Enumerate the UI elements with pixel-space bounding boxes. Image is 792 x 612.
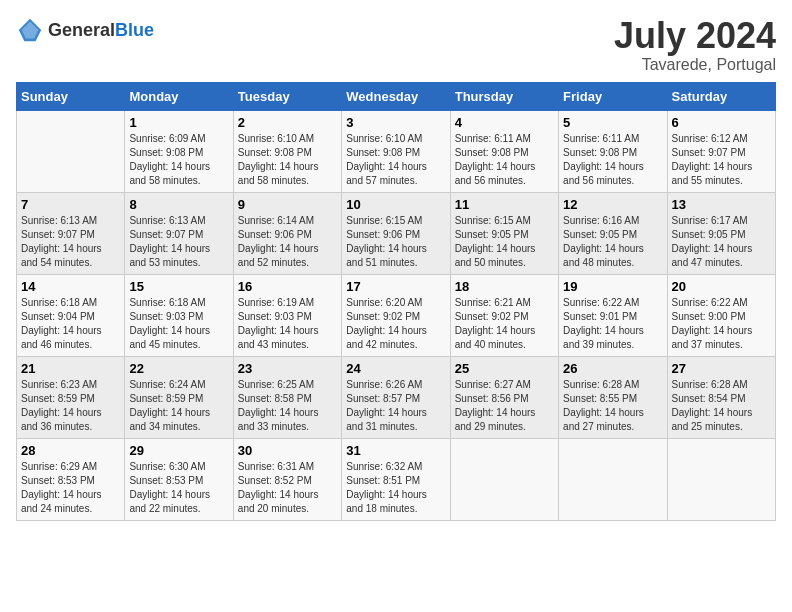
day-number: 6 [672,115,771,130]
calendar-cell: 6 Sunrise: 6:12 AMSunset: 9:07 PMDayligh… [667,110,775,192]
col-saturday: Saturday [667,82,775,110]
day-number: 8 [129,197,228,212]
day-number: 29 [129,443,228,458]
calendar-cell: 2 Sunrise: 6:10 AMSunset: 9:08 PMDayligh… [233,110,341,192]
day-info: Sunrise: 6:18 AMSunset: 9:04 PMDaylight:… [21,296,120,352]
day-info: Sunrise: 6:30 AMSunset: 8:53 PMDaylight:… [129,460,228,516]
logo: GeneralBlue [16,16,154,44]
day-info: Sunrise: 6:09 AMSunset: 9:08 PMDaylight:… [129,132,228,188]
calendar-week-row: 1 Sunrise: 6:09 AMSunset: 9:08 PMDayligh… [17,110,776,192]
day-info: Sunrise: 6:19 AMSunset: 9:03 PMDaylight:… [238,296,337,352]
calendar-cell: 13 Sunrise: 6:17 AMSunset: 9:05 PMDaylig… [667,192,775,274]
calendar-week-row: 14 Sunrise: 6:18 AMSunset: 9:04 PMDaylig… [17,274,776,356]
day-number: 28 [21,443,120,458]
calendar-cell: 3 Sunrise: 6:10 AMSunset: 9:08 PMDayligh… [342,110,450,192]
day-number: 25 [455,361,554,376]
day-info: Sunrise: 6:28 AMSunset: 8:54 PMDaylight:… [672,378,771,434]
col-monday: Monday [125,82,233,110]
calendar-cell: 28 Sunrise: 6:29 AMSunset: 8:53 PMDaylig… [17,438,125,520]
day-info: Sunrise: 6:27 AMSunset: 8:56 PMDaylight:… [455,378,554,434]
day-number: 22 [129,361,228,376]
day-info: Sunrise: 6:16 AMSunset: 9:05 PMDaylight:… [563,214,662,270]
day-number: 15 [129,279,228,294]
calendar-cell: 23 Sunrise: 6:25 AMSunset: 8:58 PMDaylig… [233,356,341,438]
calendar-cell: 25 Sunrise: 6:27 AMSunset: 8:56 PMDaylig… [450,356,558,438]
calendar-cell: 29 Sunrise: 6:30 AMSunset: 8:53 PMDaylig… [125,438,233,520]
day-info: Sunrise: 6:28 AMSunset: 8:55 PMDaylight:… [563,378,662,434]
calendar-cell: 26 Sunrise: 6:28 AMSunset: 8:55 PMDaylig… [559,356,667,438]
col-friday: Friday [559,82,667,110]
day-number: 5 [563,115,662,130]
col-thursday: Thursday [450,82,558,110]
col-wednesday: Wednesday [342,82,450,110]
day-number: 1 [129,115,228,130]
day-info: Sunrise: 6:12 AMSunset: 9:07 PMDaylight:… [672,132,771,188]
calendar-cell: 30 Sunrise: 6:31 AMSunset: 8:52 PMDaylig… [233,438,341,520]
col-sunday: Sunday [17,82,125,110]
day-info: Sunrise: 6:22 AMSunset: 9:00 PMDaylight:… [672,296,771,352]
main-title: July 2024 [614,16,776,56]
calendar-cell: 16 Sunrise: 6:19 AMSunset: 9:03 PMDaylig… [233,274,341,356]
subtitle: Tavarede, Portugal [614,56,776,74]
day-number: 26 [563,361,662,376]
calendar-cell: 11 Sunrise: 6:15 AMSunset: 9:05 PMDaylig… [450,192,558,274]
logo-text: GeneralBlue [48,20,154,41]
day-info: Sunrise: 6:31 AMSunset: 8:52 PMDaylight:… [238,460,337,516]
day-number: 31 [346,443,445,458]
day-number: 11 [455,197,554,212]
col-tuesday: Tuesday [233,82,341,110]
calendar-table: Sunday Monday Tuesday Wednesday Thursday… [16,82,776,521]
day-number: 4 [455,115,554,130]
day-info: Sunrise: 6:26 AMSunset: 8:57 PMDaylight:… [346,378,445,434]
day-number: 16 [238,279,337,294]
day-info: Sunrise: 6:29 AMSunset: 8:53 PMDaylight:… [21,460,120,516]
day-number: 18 [455,279,554,294]
day-info: Sunrise: 6:13 AMSunset: 9:07 PMDaylight:… [21,214,120,270]
calendar-week-row: 21 Sunrise: 6:23 AMSunset: 8:59 PMDaylig… [17,356,776,438]
day-info: Sunrise: 6:24 AMSunset: 8:59 PMDaylight:… [129,378,228,434]
calendar-cell: 18 Sunrise: 6:21 AMSunset: 9:02 PMDaylig… [450,274,558,356]
calendar-cell: 20 Sunrise: 6:22 AMSunset: 9:00 PMDaylig… [667,274,775,356]
day-number: 2 [238,115,337,130]
calendar-cell [559,438,667,520]
day-info: Sunrise: 6:23 AMSunset: 8:59 PMDaylight:… [21,378,120,434]
calendar-cell: 27 Sunrise: 6:28 AMSunset: 8:54 PMDaylig… [667,356,775,438]
page-header: GeneralBlue July 2024 Tavarede, Portugal [16,16,776,74]
day-number: 12 [563,197,662,212]
calendar-cell: 31 Sunrise: 6:32 AMSunset: 8:51 PMDaylig… [342,438,450,520]
day-number: 24 [346,361,445,376]
logo-icon [16,16,44,44]
calendar-cell: 22 Sunrise: 6:24 AMSunset: 8:59 PMDaylig… [125,356,233,438]
calendar-cell [17,110,125,192]
day-number: 23 [238,361,337,376]
day-number: 19 [563,279,662,294]
calendar-cell: 5 Sunrise: 6:11 AMSunset: 9:08 PMDayligh… [559,110,667,192]
calendar-cell: 9 Sunrise: 6:14 AMSunset: 9:06 PMDayligh… [233,192,341,274]
day-info: Sunrise: 6:15 AMSunset: 9:06 PMDaylight:… [346,214,445,270]
calendar-cell: 17 Sunrise: 6:20 AMSunset: 9:02 PMDaylig… [342,274,450,356]
day-info: Sunrise: 6:13 AMSunset: 9:07 PMDaylight:… [129,214,228,270]
day-info: Sunrise: 6:15 AMSunset: 9:05 PMDaylight:… [455,214,554,270]
day-info: Sunrise: 6:10 AMSunset: 9:08 PMDaylight:… [346,132,445,188]
calendar-cell: 19 Sunrise: 6:22 AMSunset: 9:01 PMDaylig… [559,274,667,356]
calendar-cell: 14 Sunrise: 6:18 AMSunset: 9:04 PMDaylig… [17,274,125,356]
day-info: Sunrise: 6:25 AMSunset: 8:58 PMDaylight:… [238,378,337,434]
day-number: 17 [346,279,445,294]
day-info: Sunrise: 6:11 AMSunset: 9:08 PMDaylight:… [563,132,662,188]
day-info: Sunrise: 6:32 AMSunset: 8:51 PMDaylight:… [346,460,445,516]
day-info: Sunrise: 6:22 AMSunset: 9:01 PMDaylight:… [563,296,662,352]
day-info: Sunrise: 6:17 AMSunset: 9:05 PMDaylight:… [672,214,771,270]
calendar-cell [450,438,558,520]
calendar-cell: 7 Sunrise: 6:13 AMSunset: 9:07 PMDayligh… [17,192,125,274]
day-info: Sunrise: 6:21 AMSunset: 9:02 PMDaylight:… [455,296,554,352]
day-info: Sunrise: 6:14 AMSunset: 9:06 PMDaylight:… [238,214,337,270]
day-info: Sunrise: 6:10 AMSunset: 9:08 PMDaylight:… [238,132,337,188]
calendar-cell: 4 Sunrise: 6:11 AMSunset: 9:08 PMDayligh… [450,110,558,192]
day-info: Sunrise: 6:18 AMSunset: 9:03 PMDaylight:… [129,296,228,352]
day-number: 30 [238,443,337,458]
calendar-cell: 24 Sunrise: 6:26 AMSunset: 8:57 PMDaylig… [342,356,450,438]
day-info: Sunrise: 6:11 AMSunset: 9:08 PMDaylight:… [455,132,554,188]
calendar-cell: 8 Sunrise: 6:13 AMSunset: 9:07 PMDayligh… [125,192,233,274]
header-row: Sunday Monday Tuesday Wednesday Thursday… [17,82,776,110]
day-number: 13 [672,197,771,212]
